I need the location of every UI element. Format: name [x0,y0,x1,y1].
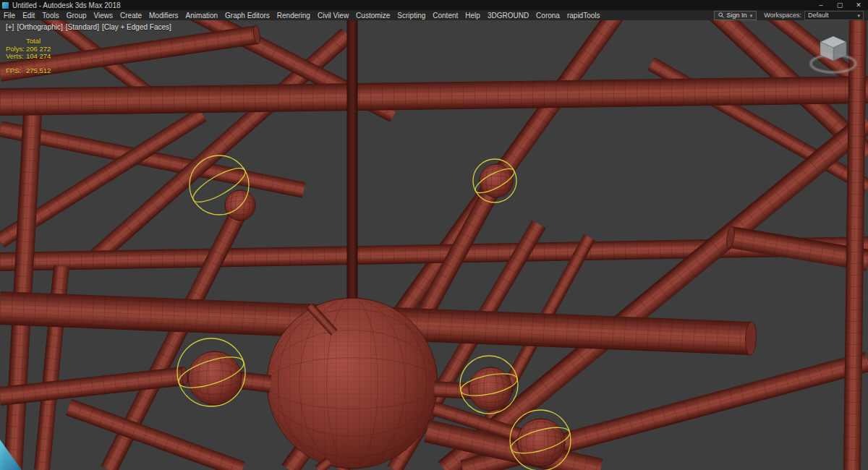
workspace-value: Default [808,12,829,19]
window-controls: – ▢ ✕ [812,0,868,10]
menu-rapidtools[interactable]: rapidTools [563,10,604,20]
stats-total-label: Total [26,38,51,46]
workspaces-label: Workspaces: [764,12,801,19]
stats-verts-value: 104 274 [26,53,51,61]
stats-verts-label: Verts: [6,53,26,61]
menu-rendering[interactable]: Rendering [273,10,314,20]
menu-scripting[interactable]: Scripting [393,10,429,20]
sign-in-label: Sign In [727,12,747,19]
corner-widget[interactable] [0,440,22,470]
title-bar: Untitled - Autodesk 3ds Max 2018 – ▢ ✕ [0,0,868,10]
sphere-object[interactable] [267,298,438,469]
app-icon [2,2,9,9]
viewport-label: [+] [Orthographic] [Standard] [Clay + Ed… [6,23,171,31]
menu-group[interactable]: Group [63,10,90,20]
stats-fps-value: 275,512 [26,67,51,75]
viewport[interactable]: [+] [Orthographic] [Standard] [Clay + Ed… [0,20,868,470]
menu-file[interactable]: File [0,10,19,20]
sphere-object[interactable] [517,419,565,466]
chevron-down-icon: ▾ [750,13,753,18]
window-title: Untitled - Autodesk 3ds Max 2018 [12,1,121,9]
stats-total-row: Total [6,38,51,46]
menu-bar: FileEditToolsGroupViewsCreateModifiersAn… [0,10,868,20]
search-icon [718,12,724,18]
stats-fps-row: FPS: 275,512 [6,67,51,75]
stats-verts-row: Verts: 104 274 [6,53,51,61]
menu-animation[interactable]: Animation [182,10,221,20]
menu-tools[interactable]: Tools [38,10,62,20]
scene-canvas[interactable] [0,20,868,470]
menu-civil-view[interactable]: Civil View [314,10,352,20]
menu-items: FileEditToolsGroupViewsCreateModifiersAn… [0,10,604,20]
menu-views[interactable]: Views [90,10,117,20]
stats-fps-label: FPS: [6,67,26,75]
menu-help[interactable]: Help [461,10,484,20]
workspace-dropdown[interactable]: Default ▾ [804,11,864,20]
menu-right-controls: Sign In ▾ Workspaces: Default ▾ [714,11,868,20]
menu-create[interactable]: Create [116,10,145,20]
viewport-menu-shading[interactable]: [Clay + Edged Faces] [102,23,171,31]
pipe-object[interactable] [347,20,358,324]
pipe-object[interactable] [433,381,472,399]
maximize-button[interactable]: ▢ [830,0,849,10]
menu-corona[interactable]: Corona [532,10,563,20]
sphere-object[interactable] [225,190,255,221]
close-button[interactable]: ✕ [849,0,868,10]
viewport-menu-general[interactable]: [+] [6,23,14,31]
viewcube[interactable] [803,27,864,81]
minimize-button[interactable]: – [812,0,830,10]
menu-graph-editors[interactable]: Graph Editors [221,10,273,20]
menu-modifiers[interactable]: Modifiers [145,10,182,20]
pipe-object[interactable] [0,121,305,198]
pipe-object[interactable] [66,399,245,470]
menu-edit[interactable]: Edit [19,10,38,20]
viewport-menu-standard[interactable]: [Standard] [66,23,99,31]
chevron-down-icon: ▾ [857,13,860,18]
menu-3dground[interactable]: 3DGROUND [484,10,532,20]
statistics-overlay: Total Polys: 206 272 Verts: 104 274 FPS:… [6,38,51,74]
menu-customize[interactable]: Customize [352,10,393,20]
pipe-object[interactable] [0,367,189,406]
menu-content[interactable]: Content [429,10,461,20]
viewport-menu-pov[interactable]: [Orthographic] [17,23,62,31]
stats-empty-label [6,38,26,46]
sign-in-control[interactable]: Sign In ▾ [714,11,757,20]
